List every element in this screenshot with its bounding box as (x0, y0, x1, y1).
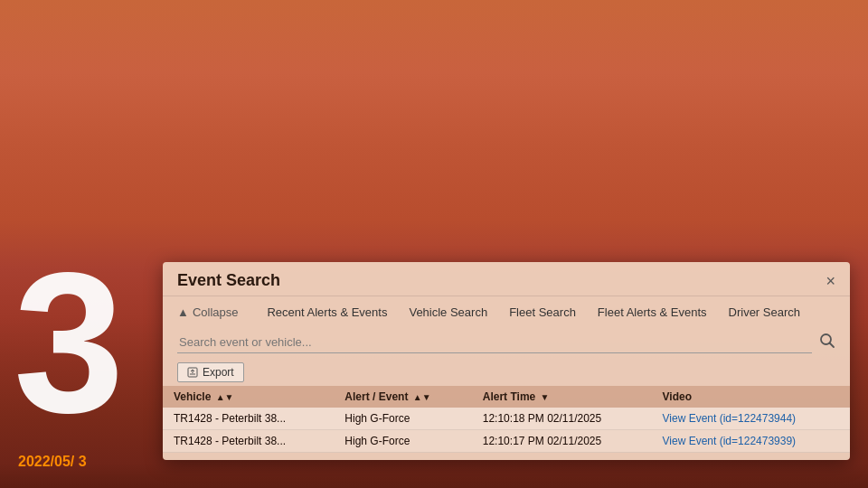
cell-video-2: View Event (id=122473939) (652, 430, 850, 453)
col-alert-event[interactable]: Alert / Event ▲▼ (334, 386, 471, 408)
cell-time-2: 12:10:17 PM 02/11/2025 (472, 430, 652, 453)
collapse-arrow-icon: ▲ (177, 305, 189, 319)
export-button[interactable]: Export (177, 362, 244, 382)
event-search-modal: Event Search × ▲ Collapse Recent Alerts … (163, 262, 850, 460)
view-event-link-2[interactable]: View Event (id=122473939) (663, 435, 797, 447)
modal-close-button[interactable]: × (826, 273, 835, 289)
tab-vehicle-search[interactable]: Vehicle Search (398, 302, 498, 323)
export-label: Export (203, 366, 234, 379)
sort-vehicle-icon: ▲▼ (216, 392, 234, 402)
tab-driver-search[interactable]: Driver Search (718, 302, 811, 323)
col-video: Video (652, 386, 850, 408)
svg-line-1 (830, 343, 835, 347)
search-input[interactable] (177, 332, 812, 353)
timestamp: 2022/05/ 3 (18, 454, 87, 470)
table-header-row: Vehicle ▲▼ Alert / Event ▲▼ Alert Time ▼… (163, 386, 850, 408)
cell-vehicle-1: TR1428 - Peterbilt 38... (163, 408, 334, 430)
modal-title: Event Search (177, 271, 280, 290)
view-event-link-1[interactable]: View Event (id=122473944) (663, 412, 797, 425)
table-row: TR1428 - Peterbilt 38... High G-Force 12… (163, 430, 850, 453)
cell-video-1: View Event (id=122473944) (652, 408, 850, 430)
sort-alert-icon: ▲▼ (413, 392, 431, 402)
export-icon (187, 367, 198, 378)
col-vehicle[interactable]: Vehicle ▲▼ (163, 386, 334, 408)
export-row: Export (163, 359, 850, 386)
search-row (163, 326, 850, 359)
table-container: Vehicle ▲▼ Alert / Event ▲▼ Alert Time ▼… (163, 386, 850, 453)
collapse-button[interactable]: ▲ Collapse (177, 305, 238, 319)
search-icon (819, 333, 835, 349)
search-button[interactable] (819, 333, 835, 353)
cell-alert-2: High G-Force (334, 430, 471, 453)
tabs-row: ▲ Collapse Recent Alerts & Events Vehicl… (163, 296, 850, 326)
cell-vehicle-2: TR1428 - Peterbilt 38... (163, 430, 334, 453)
cell-time-1: 12:10:18 PM 02/11/2025 (472, 408, 652, 430)
events-table: Vehicle ▲▼ Alert / Event ▲▼ Alert Time ▼… (163, 386, 850, 453)
sort-time-icon: ▼ (541, 392, 550, 402)
col-alert-time[interactable]: Alert Time ▼ (472, 386, 652, 408)
tab-fleet-alerts[interactable]: Fleet Alerts & Events (587, 302, 718, 323)
collapse-label: Collapse (193, 305, 239, 319)
tab-recent-alerts[interactable]: Recent Alerts & Events (256, 302, 398, 323)
camera-number: 3 (14, 244, 124, 443)
tab-fleet-search[interactable]: Fleet Search (498, 302, 587, 323)
cell-alert-1: High G-Force (334, 408, 471, 430)
table-row: TR1428 - Peterbilt 38... High G-Force 12… (163, 408, 850, 430)
modal-header: Event Search × (163, 262, 850, 296)
